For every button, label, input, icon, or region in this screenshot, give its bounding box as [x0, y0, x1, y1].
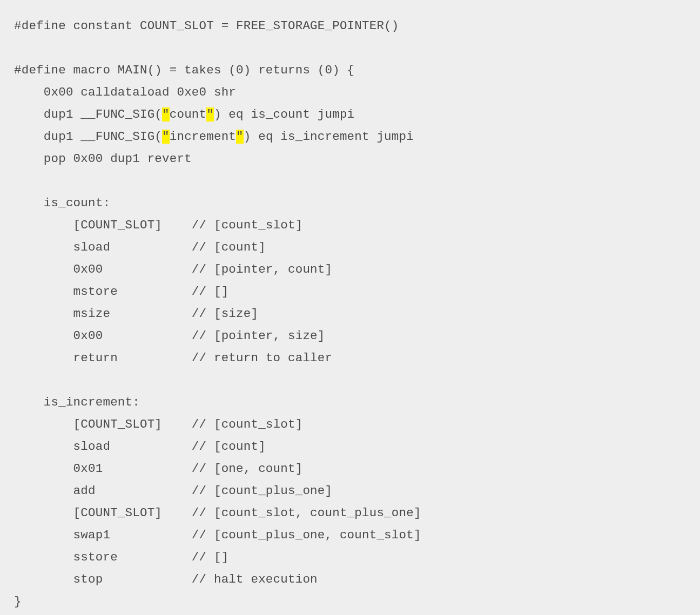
code-line: return // return to caller [14, 351, 332, 365]
string-quote: " [162, 130, 170, 144]
code-line: add // [count_plus_one] [14, 484, 332, 498]
code-line: dup1 __FUNC_SIG("count") eq is_count jum… [14, 107, 354, 121]
string-quote: " [206, 107, 214, 121]
code-line: dup1 __FUNC_SIG("increment") eq is_incre… [14, 130, 414, 144]
code-line: stop // halt execution [14, 572, 318, 586]
code-line: sstore // [] [14, 550, 228, 564]
code-line: [COUNT_SLOT] // [count_slot] [14, 218, 302, 232]
code-line: 0x00 // [pointer, size] [14, 329, 325, 343]
code-line: #define constant COUNT_SLOT = FREE_STORA… [14, 19, 399, 33]
code-line: is_increment: [14, 395, 140, 409]
code-line: [COUNT_SLOT] // [count_slot, count_plus_… [14, 506, 421, 520]
code-block: #define constant COUNT_SLOT = FREE_STORA… [0, 0, 700, 615]
code-line: 0x00 calldataload 0xe0 shr [14, 85, 236, 99]
string-quote: " [236, 130, 244, 144]
code-line: mstore // [] [14, 285, 228, 299]
code-line: #define macro MAIN() = takes (0) returns… [14, 63, 354, 77]
code-line: 0x01 // [one, count] [14, 462, 302, 476]
code-line: [COUNT_SLOT] // [count_slot] [14, 417, 302, 431]
code-line: sload // [count] [14, 440, 266, 454]
code-line: is_count: [14, 196, 110, 210]
code-line: swap1 // [count_plus_one, count_slot] [14, 528, 421, 542]
code-line: sload // [count] [14, 240, 266, 254]
code-line: pop 0x00 dup1 revert [14, 152, 192, 166]
code-line: 0x00 // [pointer, count] [14, 262, 332, 276]
string-quote: " [162, 107, 170, 121]
code-line: } [14, 594, 22, 609]
code-line: msize // [size] [14, 307, 258, 321]
